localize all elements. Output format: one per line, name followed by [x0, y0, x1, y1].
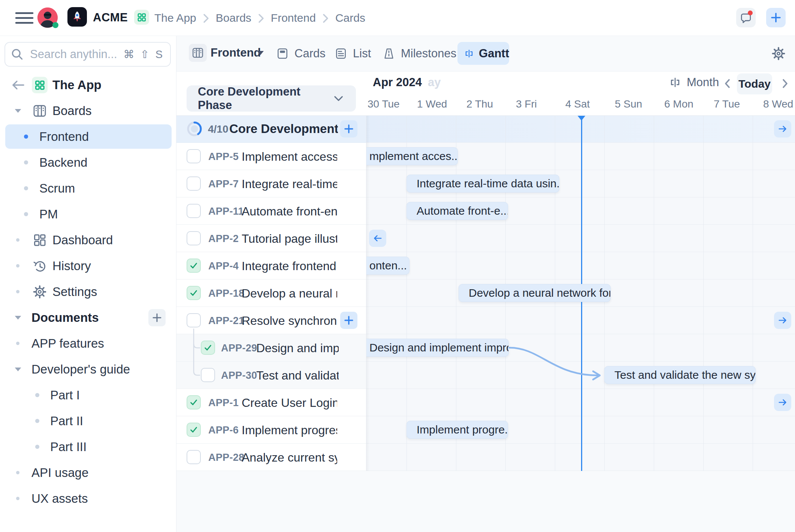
- today-button[interactable]: Today: [737, 73, 772, 94]
- task-checkbox[interactable]: [201, 341, 215, 355]
- item-dot: [16, 264, 19, 267]
- gantt-bar-app-5[interactable]: mplement acces...: [366, 147, 458, 165]
- task-checkbox[interactable]: [187, 231, 201, 245]
- panel-edge-shadow: [366, 115, 370, 471]
- scroll-to-bar-right-button[interactable]: [774, 394, 791, 411]
- task-checkbox[interactable]: [187, 450, 201, 464]
- sidebar-item-developer-s-guide[interactable]: Developer's guide: [0, 356, 176, 382]
- timeline-prev-button[interactable]: [721, 77, 734, 90]
- day-label-7-tue: 7 Tue: [714, 98, 740, 110]
- gantt-bar-app-30[interactable]: Test and validate the new sy...: [604, 366, 756, 384]
- task-checkbox[interactable]: [187, 423, 201, 437]
- scroll-to-bar-left-button[interactable]: [369, 230, 386, 247]
- sidebar-item-history[interactable]: History: [0, 253, 176, 279]
- sidebar-item-documents[interactable]: Documents: [0, 305, 176, 330]
- task-row-app-11[interactable]: APP-11Automate front-end pe...: [176, 197, 366, 225]
- timeline-zoom-selector[interactable]: Month: [669, 76, 719, 89]
- task-row-app-21[interactable]: APP-21Resolve synchroniz...: [176, 307, 366, 334]
- sidebar-item-app-features[interactable]: APP features: [0, 330, 176, 356]
- task-row-app-2[interactable]: APP-2Tutorial page illustratio...: [176, 225, 366, 252]
- view-settings-gear-icon[interactable]: [771, 46, 786, 61]
- gantt-bar-app-18[interactable]: Develop a neural network for...: [459, 284, 611, 302]
- sidebar-item-frontend[interactable]: Frontend: [0, 124, 176, 149]
- breadcrumb-boards[interactable]: Boards: [216, 12, 251, 24]
- task-row-app-6[interactable]: APP-6Implement progressive...: [176, 416, 366, 444]
- task-id: APP-4: [208, 260, 239, 272]
- board-icon[interactable]: [189, 44, 207, 62]
- sidebar-item-the-app[interactable]: The App: [0, 72, 176, 98]
- sidebar-item-label: Backend: [39, 155, 87, 170]
- gantt-bar-label: Implement progre...: [417, 423, 508, 436]
- gantt-bar-app-6[interactable]: Implement progre...: [406, 421, 508, 439]
- task-checkbox[interactable]: [187, 313, 201, 327]
- plus-icon: [152, 313, 162, 323]
- gantt-bar-app-4[interactable]: onten...: [366, 257, 409, 275]
- gantt-bar-app-11[interactable]: Automate front-e...: [406, 202, 508, 220]
- caret-down-icon[interactable]: [14, 109, 22, 113]
- task-row-app-28[interactable]: APP-28Analyze current synchr...: [176, 444, 366, 471]
- task-row-app-7[interactable]: APP-7Integrate real-time dat...: [176, 170, 366, 197]
- tab-gantt-active[interactable]: Gantt: [457, 42, 509, 65]
- notifications-button[interactable]: [736, 8, 756, 27]
- task-checkbox[interactable]: [187, 286, 201, 300]
- caret-down-icon[interactable]: [14, 315, 22, 320]
- hamburger-menu-icon[interactable]: [13, 10, 36, 26]
- sidebar-item-ux-assets[interactable]: UX assets: [0, 486, 176, 511]
- scroll-to-bar-right-button[interactable]: [774, 312, 791, 329]
- sidebar-item-scrum[interactable]: Scrum: [0, 175, 176, 201]
- workspace-name[interactable]: ACME: [93, 11, 128, 24]
- task-checkbox[interactable]: [187, 149, 201, 163]
- tab-milestones[interactable]: Milestones: [382, 36, 456, 71]
- task-checkbox[interactable]: [187, 176, 201, 191]
- add-subtask-button[interactable]: [340, 312, 357, 329]
- task-title: Test and validate th...: [256, 369, 339, 383]
- add-document-button[interactable]: [148, 309, 166, 326]
- task-checkbox[interactable]: [201, 368, 215, 382]
- task-row-app-4[interactable]: APP-4Integrate frontend with...: [176, 252, 366, 279]
- sidebar-item-settings[interactable]: Settings: [0, 279, 176, 305]
- back-arrow-icon[interactable]: [11, 80, 25, 90]
- sidebar-item-pm[interactable]: PM: [0, 201, 176, 227]
- scroll-to-bar-right-button[interactable]: [774, 120, 791, 137]
- sidebar-item-backend[interactable]: Backend: [0, 149, 176, 175]
- task-row-app-1[interactable]: APP-1Create User Login Page: [176, 389, 366, 416]
- create-new-button[interactable]: [766, 8, 786, 27]
- day-label-6-mon: 6 Mon: [664, 98, 693, 110]
- task-title: Integrate real-time dat...: [242, 177, 337, 191]
- task-checkbox[interactable]: [187, 259, 201, 273]
- breadcrumb-cards[interactable]: Cards: [335, 12, 365, 24]
- search-box[interactable]: ⌘ ⇧ S: [4, 42, 171, 67]
- task-row-app-30[interactable]: APP-30Test and validate th...: [176, 362, 366, 389]
- phase-selector-dropdown[interactable]: Core Development Phase: [187, 85, 356, 112]
- breadcrumb: The App Boards Frontend Cards: [154, 12, 365, 24]
- breadcrumb-the-app[interactable]: The App: [154, 12, 196, 24]
- board-selector[interactable]: Frontend: [211, 46, 261, 60]
- sidebar-item-part-i[interactable]: Part I: [0, 382, 176, 408]
- timeline-next-button[interactable]: [779, 77, 791, 90]
- task-row-app-29[interactable]: APP-29Design and implem...: [176, 334, 366, 362]
- sidebar-item-part-ii[interactable]: Part II: [0, 408, 176, 434]
- gantt-row-divider: [366, 443, 795, 444]
- top-bar: ACME The App Boards Frontend Cards: [0, 0, 795, 36]
- sidebar-item-label: Part III: [50, 440, 87, 454]
- add-subtask-button[interactable]: [340, 120, 357, 137]
- gantt-bar-app-29[interactable]: Design and implement impro...: [366, 339, 509, 357]
- caret-down-icon[interactable]: [14, 367, 22, 372]
- sidebar-item-boards[interactable]: Boards: [0, 98, 176, 124]
- tab-list[interactable]: List: [334, 36, 371, 71]
- task-checkbox[interactable]: [187, 204, 201, 218]
- task-row-app-5[interactable]: APP-5Implement accessibilit...: [176, 143, 366, 170]
- sidebar-item-part-iii[interactable]: Part III: [0, 434, 176, 460]
- task-checkbox[interactable]: [187, 395, 201, 409]
- task-row-app-18[interactable]: APP-18Develop a neural netw...: [176, 279, 366, 307]
- workspace-logo[interactable]: [67, 7, 87, 27]
- breadcrumb-frontend[interactable]: Frontend: [271, 12, 316, 24]
- phase-header-row[interactable]: 4/10Core Development Ph...: [176, 115, 366, 143]
- tab-cards[interactable]: Cards: [276, 36, 326, 71]
- sidebar-item-api-usage[interactable]: API usage: [0, 460, 176, 486]
- user-avatar[interactable]: [37, 7, 58, 28]
- gantt-row-divider: [366, 416, 795, 416]
- gantt-bar-app-7[interactable]: Integrate real-time data usin...: [406, 175, 559, 193]
- search-input[interactable]: [29, 47, 123, 61]
- sidebar-item-dashboard[interactable]: Dashboard: [0, 227, 176, 253]
